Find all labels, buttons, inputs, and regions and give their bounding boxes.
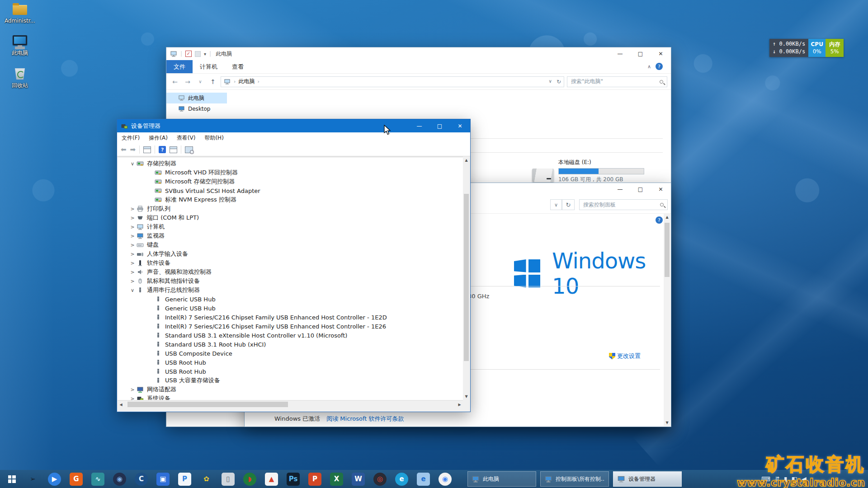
refresh-icon[interactable]: ↻: [562, 199, 575, 210]
tree-item[interactable]: > 人体学输入设备: [118, 249, 463, 258]
menu-item[interactable]: 查看(V): [177, 134, 196, 142]
scroll-up-icon[interactable]: ▲: [664, 214, 670, 221]
tree-expand-icon[interactable]: >: [128, 242, 137, 248]
desktop-icon-administrator[interactable]: Administr...: [5, 3, 35, 24]
tree-item[interactable]: USB Composite Device: [118, 349, 463, 358]
properties-icon[interactable]: [170, 146, 177, 153]
nav-item[interactable]: Desktop: [166, 103, 227, 114]
menu-item[interactable]: 操作(A): [149, 134, 168, 142]
tree-item[interactable]: > 网络适配器: [118, 385, 463, 394]
tree-item[interactable]: ∨ 通用串行总线控制器: [118, 286, 463, 295]
scroll-up-icon[interactable]: ▲: [463, 157, 470, 164]
properties-qat-icon[interactable]: ✓: [185, 51, 192, 57]
excel-icon[interactable]: X: [330, 473, 343, 486]
minimize-button[interactable]: —: [610, 183, 630, 196]
tree-expand-icon[interactable]: >: [128, 260, 137, 266]
scan-hardware-changes-icon[interactable]: [185, 146, 193, 153]
scrollbar-vertical[interactable]: ▲ ▼: [664, 214, 670, 426]
goldwave-icon[interactable]: G: [70, 473, 83, 486]
menu-item[interactable]: 帮助(H): [204, 134, 223, 142]
tree-expand-icon[interactable]: >: [128, 215, 137, 221]
parrot-app-icon[interactable]: ◗: [243, 473, 256, 486]
tree-item[interactable]: Microsoft VHD 环回控制器: [118, 168, 463, 177]
chrome-icon[interactable]: ◉: [439, 473, 452, 486]
archive-app-icon[interactable]: ▲: [265, 473, 278, 486]
tree-item[interactable]: > 端口 (COM 和 LPT): [118, 213, 463, 222]
tree-expand-icon[interactable]: >: [128, 224, 137, 230]
change-settings-link[interactable]: 更改设置: [609, 352, 641, 360]
close-button[interactable]: ✕: [651, 183, 671, 196]
pp-assistant-icon[interactable]: P: [178, 473, 191, 486]
taskbar-window-button[interactable]: 设备管理器: [613, 471, 682, 487]
globe-app-icon[interactable]: ◉: [113, 473, 126, 486]
powerpoint-icon[interactable]: P: [308, 473, 321, 486]
updown-arrows-icon[interactable]: ⇵: [774, 475, 780, 483]
ribbon-tab[interactable]: 计算机: [193, 60, 225, 73]
back-icon[interactable]: ←: [170, 78, 180, 85]
breadcrumb[interactable]: 此电脑: [238, 78, 255, 85]
battery-icon[interactable]: ▮: [784, 475, 788, 483]
tree-expand-icon[interactable]: >: [128, 278, 137, 284]
tree-item[interactable]: Intel(R) 7 Series/C216 Chipset Family US…: [118, 322, 463, 331]
tree-item[interactable]: > 系统设备: [118, 394, 463, 400]
pointer-tool-icon[interactable]: ➢: [26, 473, 39, 486]
search-input[interactable]: 搜索"此电脑": [567, 76, 667, 87]
control-panel-search-input[interactable]: 搜索控制面板: [579, 199, 668, 210]
back-icon[interactable]: ⬅: [121, 145, 127, 154]
scrollbar-horizontal[interactable]: ◀ ▶: [118, 400, 463, 408]
tree-expand-icon[interactable]: >: [128, 251, 137, 257]
scroll-down-icon[interactable]: ▼: [463, 393, 470, 400]
address-dropdown-icon[interactable]: ∨: [549, 79, 552, 85]
c-app-icon[interactable]: C: [135, 473, 148, 486]
start-button[interactable]: [0, 470, 24, 488]
tree-item[interactable]: Intel(R) 7 Series/C216 Chipset Family US…: [118, 313, 463, 322]
recent-dropdown-icon[interactable]: ∨: [195, 79, 205, 84]
help-icon[interactable]: ?: [159, 146, 166, 153]
ime-keyboard-icon[interactable]: ⌨: [761, 475, 770, 483]
tree-expand-icon[interactable]: >: [128, 233, 137, 239]
scroll-right-icon[interactable]: ▶: [456, 401, 463, 408]
device-manager-titlebar[interactable]: 设备管理器 — □ ✕: [117, 119, 470, 132]
forward-icon[interactable]: ➡: [130, 145, 136, 154]
browser-dark-icon[interactable]: ◎: [373, 473, 387, 486]
tree-expand-icon[interactable]: ∨: [128, 161, 137, 167]
scrollbar-thumb[interactable]: [464, 194, 469, 361]
audio-editor-icon[interactable]: ∿: [91, 473, 104, 486]
tree-item[interactable]: Standard USB 3.1 Root Hub (xHCI): [118, 340, 463, 349]
tree-item[interactable]: Generic USB Hub: [118, 304, 463, 313]
search-icon[interactable]: [660, 80, 663, 84]
ie-icon[interactable]: e: [417, 473, 430, 486]
tree-item[interactable]: USB Root Hub: [118, 358, 463, 367]
ribbon-collapse-icon[interactable]: ∧: [647, 64, 651, 70]
forward-icon[interactable]: →: [183, 78, 193, 85]
address-dropdown-icon[interactable]: ∨: [550, 199, 562, 210]
tree-item[interactable]: > 打印队列: [118, 204, 463, 213]
scroll-down-icon[interactable]: ▼: [664, 419, 670, 426]
new-folder-qat-icon[interactable]: [195, 51, 201, 57]
minimize-button[interactable]: —: [610, 47, 630, 60]
help-icon[interactable]: ?: [656, 216, 663, 224]
tree-item[interactable]: > 监视器: [118, 231, 463, 240]
flower-app-icon[interactable]: ✿: [200, 473, 213, 486]
browser-blue-icon[interactable]: e: [395, 473, 408, 486]
search-icon[interactable]: [660, 203, 664, 206]
tree-item[interactable]: Microsoft 存储空间控制器: [118, 177, 463, 186]
tree-item[interactable]: ∨ 存储控制器: [118, 159, 463, 168]
tree-expand-icon[interactable]: >: [128, 387, 137, 393]
tree-item[interactable]: > 计算机: [118, 222, 463, 231]
tree-item[interactable]: > 键盘: [118, 240, 463, 249]
ribbon-tab[interactable]: 文件: [166, 60, 193, 73]
close-button[interactable]: ✕: [651, 47, 671, 60]
tree-expand-icon[interactable]: >: [128, 269, 137, 275]
tree-item[interactable]: 标准 NVM Express 控制器: [118, 195, 463, 204]
tree-item[interactable]: SVBus Virtual SCSI Host Adapter: [118, 186, 463, 195]
tree-item[interactable]: > 鼠标和其他指针设备: [118, 277, 463, 286]
maximize-button[interactable]: □: [429, 119, 450, 132]
maximize-button[interactable]: □: [630, 183, 651, 196]
refresh-icon[interactable]: ↻: [557, 79, 561, 85]
taskbar-window-button[interactable]: 此电脑: [467, 471, 536, 487]
tree-item[interactable]: > 声音、视频和游戏控制器: [118, 267, 463, 277]
phone-app-icon[interactable]: ▯: [222, 473, 235, 486]
address-bar[interactable]: › 此电脑 › ∨ ↻: [221, 76, 564, 87]
desktop-icon-this-pc[interactable]: 此电脑: [5, 34, 35, 57]
